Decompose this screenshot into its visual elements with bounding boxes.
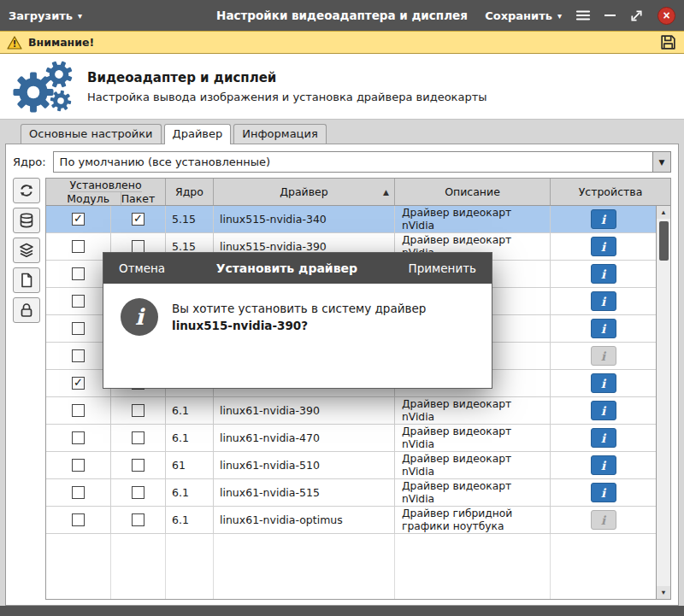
package-cell (111, 452, 166, 478)
device-info-button: i (591, 510, 616, 530)
lock-button[interactable] (13, 297, 40, 323)
device-info-button[interactable]: i (591, 264, 616, 284)
page-title: Видеоадаптер и дисплей (87, 70, 487, 85)
module-checkbox[interactable] (72, 377, 85, 390)
vertical-scrollbar[interactable]: ▲ ▼ (656, 206, 670, 599)
chevron-down-icon: ▾ (78, 11, 82, 21)
module-cell (46, 315, 111, 342)
scrollbar-down-button[interactable]: ▼ (657, 586, 670, 599)
module-checkbox[interactable] (72, 404, 85, 417)
description-cell: Драйвер видеокарт nVidia (395, 425, 551, 451)
package-checkbox[interactable] (132, 240, 144, 253)
dialog-message: Вы хотите установить в систему драйвер l… (172, 298, 458, 334)
column-header-kernel[interactable]: Ядро (166, 179, 214, 205)
kernel-cell: 6.1 (166, 479, 214, 506)
column-header-devices[interactable]: Устройства (551, 179, 670, 205)
titlebar: Загрузить ▾ Настройки видеоадаптера и ди… (0, 0, 684, 31)
dialog-title: Установить драйвер (165, 261, 409, 275)
chevron-down-icon: ▼ (652, 152, 670, 172)
column-header-package[interactable]: Пакет (121, 192, 156, 205)
device-info-button[interactable]: i (591, 428, 616, 448)
close-button[interactable]: × (657, 7, 675, 25)
minimize-button[interactable] (604, 15, 616, 16)
module-checkbox[interactable] (72, 240, 85, 253)
driver-row[interactable]: 5.15 linux515-nvidia-340 Драйвер видеока… (46, 206, 656, 233)
module-checkbox[interactable] (72, 459, 85, 472)
device-info-button[interactable]: i (591, 319, 616, 338)
kernel-select-value: По умолчанию (все установленные) (54, 155, 652, 168)
dialog-cancel-button[interactable]: Отмена (119, 261, 165, 275)
quick-save-button[interactable] (659, 33, 677, 51)
page-subtitle: Настройка вывода изображения и установка… (87, 91, 487, 103)
file-button[interactable] (13, 267, 40, 293)
maximize-button[interactable] (629, 9, 644, 23)
layers-button[interactable] (13, 238, 40, 263)
package-checkbox[interactable] (132, 404, 144, 417)
devices-cell: i (551, 233, 656, 260)
module-cell (46, 452, 111, 478)
module-checkbox[interactable] (72, 431, 85, 444)
driver-row[interactable]: 6.1 linux61-nvidia-515 Драйвер видеокарт… (46, 479, 656, 507)
devices-cell: i (551, 507, 656, 533)
module-checkbox[interactable] (72, 349, 85, 362)
driver-row[interactable]: 6.1 linux61-nvidia-470 Драйвер видеокарт… (46, 425, 656, 452)
database-button[interactable] (13, 208, 40, 233)
devices-cell: i (551, 343, 656, 369)
module-checkbox[interactable] (72, 513, 85, 526)
app-header: Видеоадаптер и дисплей Настройка вывода … (0, 54, 684, 120)
tab-driver[interactable]: Драйвер (164, 124, 232, 144)
scrollbar-up-button[interactable]: ▲ (657, 206, 670, 219)
save-menu-label: Сохранить (485, 9, 552, 22)
installed-group-label: Установлено (69, 179, 141, 192)
refresh-button[interactable] (13, 178, 40, 203)
module-cell (46, 479, 111, 506)
device-info-button[interactable]: i (591, 291, 616, 311)
package-checkbox[interactable] (132, 486, 144, 499)
device-info-button[interactable]: i (591, 401, 616, 420)
load-menu-button[interactable]: Загрузить ▾ (9, 9, 82, 22)
tab-main-settings[interactable]: Основные настройки (21, 124, 162, 144)
description-cell: Драйвер гибридной графики ноутбука (395, 507, 551, 533)
column-header-driver[interactable]: Драйвер ▲ (214, 179, 395, 205)
device-info-button[interactable]: i (591, 209, 616, 229)
package-checkbox[interactable] (132, 213, 144, 226)
scrollbar-thumb[interactable] (659, 221, 669, 261)
dialog-apply-button[interactable]: Применить (409, 261, 476, 275)
package-cell (111, 507, 166, 533)
device-info-button[interactable]: i (591, 483, 616, 502)
warning-icon: ! (7, 36, 22, 50)
package-checkbox[interactable] (132, 513, 144, 526)
dialog-message-suffix: ? (301, 319, 308, 332)
package-checkbox[interactable] (132, 459, 144, 472)
module-checkbox[interactable] (72, 486, 85, 499)
module-checkbox[interactable] (72, 213, 85, 226)
driver-row[interactable]: 6.1 linux61-nvidia-390 Драйвер видеокарт… (46, 397, 656, 425)
devices-cell: i (551, 425, 656, 451)
save-menu-button[interactable]: Сохранить ▾ (485, 9, 562, 22)
package-checkbox[interactable] (132, 431, 144, 444)
device-info-button[interactable]: i (591, 237, 616, 256)
driver-row[interactable]: 61 linux61-nvidia-510 Драйвер видеокарт … (46, 452, 656, 479)
kernel-select-label: Ядро: (13, 155, 46, 168)
devices-cell: i (551, 397, 656, 424)
driver-cell: linux515-nvidia-340 (214, 206, 395, 232)
column-header-installed: Установлено Модуль Пакет (46, 179, 166, 205)
module-checkbox[interactable] (72, 267, 85, 280)
layers-icon (18, 242, 35, 259)
kernel-select[interactable]: По умолчанию (все установленные) ▼ (53, 151, 671, 173)
description-cell: Драйвер видеокарт nVidia (395, 397, 551, 424)
module-checkbox[interactable] (72, 295, 85, 308)
device-info-button[interactable]: i (591, 373, 616, 393)
devices-cell: i (551, 370, 656, 396)
kernel-cell: 5.15 (166, 206, 214, 232)
module-cell (46, 206, 111, 232)
driver-row[interactable]: 6.1 linux61-nvidia-optimus Драйвер гибри… (46, 507, 656, 534)
svg-text:!: ! (13, 39, 17, 49)
column-header-description[interactable]: Описание (395, 179, 551, 205)
tab-information[interactable]: Информация (233, 124, 326, 144)
hamburger-menu-button[interactable] (575, 9, 591, 21)
device-info-button[interactable]: i (591, 455, 616, 475)
module-checkbox[interactable] (72, 322, 85, 335)
column-header-module[interactable]: Модуль (56, 192, 121, 205)
scrollbar-track[interactable] (657, 261, 670, 586)
